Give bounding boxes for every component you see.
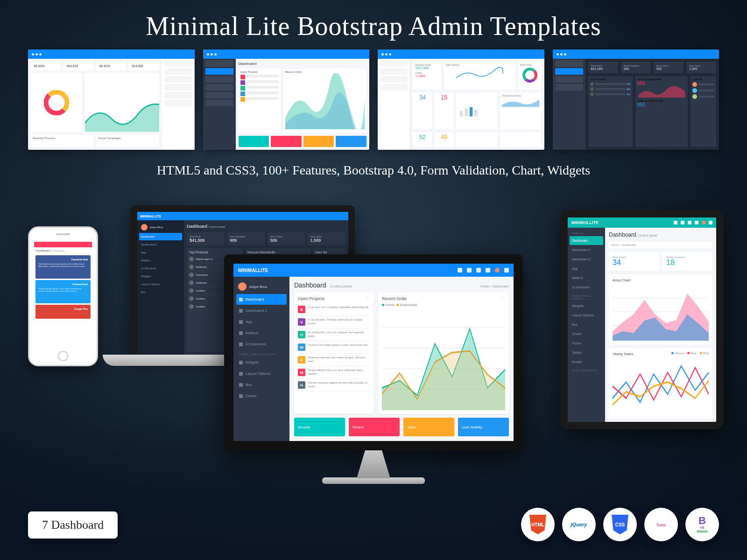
header: Dashboard xyxy=(36,249,49,252)
nav-item[interactable]: Layout Options xyxy=(570,311,603,320)
nav-section: EXTRA COMPONENTS xyxy=(570,367,603,373)
avatar-icon[interactable] xyxy=(702,221,705,224)
visits-tile[interactable]: Visits xyxy=(403,418,454,436)
googleplus-feed-card[interactable]: Google Plus xyxy=(35,305,91,319)
nav-item[interactable]: Charts xyxy=(570,329,603,338)
nav-item[interactable]: Charts xyxy=(236,391,287,401)
project-item[interactable]: MDonec efficitur lacus eu ante velputate… xyxy=(298,366,370,379)
subheader: Control panel xyxy=(209,225,226,228)
fullscreen-icon[interactable] xyxy=(458,268,462,273)
legend: Investments xyxy=(400,303,417,307)
nav-item[interactable]: Dashboard 2 xyxy=(570,255,603,264)
nav-item[interactable]: Mailbox xyxy=(570,273,603,282)
user-info[interactable]: Juliya Brus xyxy=(139,222,182,232)
search-icon[interactable] xyxy=(674,221,677,224)
thumb-dashboard-1[interactable]: 48.43% 454.876 46.41% 014.001 Recently P… xyxy=(28,49,195,150)
thumb-dashboard-4[interactable]: Total Profit$41,589 New Feedback989 New … xyxy=(553,49,719,150)
nav-item[interactable]: App xyxy=(236,316,287,327)
nav-item[interactable]: App xyxy=(139,249,182,256)
user-activity-tile[interactable]: User Activity xyxy=(458,418,509,436)
nav-item[interactable]: Mailbox xyxy=(139,257,182,264)
nav-item[interactable]: App xyxy=(570,264,603,273)
nav-item[interactable]: Mailbox xyxy=(236,328,287,338)
mail-icon[interactable] xyxy=(688,221,691,224)
card-title: Google Plus xyxy=(38,308,88,310)
avatar-icon[interactable] xyxy=(495,268,500,273)
breadcrumb[interactable]: Home > Dashboard xyxy=(609,242,712,248)
nav-item[interactable]: Tables xyxy=(570,348,603,357)
thumb-dashboard-3[interactable]: Members Profit +$17,800 Orders +1,800 Sa… xyxy=(378,49,544,150)
flag-icon[interactable] xyxy=(695,221,698,224)
ui-icon xyxy=(239,343,243,346)
nav-item[interactable]: Widgets xyxy=(236,357,287,368)
project-item[interactable]: WVivamus sit mattis portitor a erat, acc… xyxy=(298,341,370,354)
nav-dashboard[interactable]: Dashboard xyxy=(570,236,603,245)
nav-item[interactable]: Box xyxy=(139,288,182,296)
value: 589 xyxy=(656,67,681,70)
nav-item[interactable]: Widgets xyxy=(570,301,603,310)
nav-item[interactable]: Layout Options xyxy=(236,368,287,379)
thumb-dashboard-2[interactable]: Dashboard Open Projects Recent Order xyxy=(203,49,370,150)
legend: iPhone xyxy=(675,352,684,355)
project-text: Ui vestibulum, orci non volutpat, sed eg… xyxy=(308,331,370,338)
nav-item[interactable]: Dashboard 2 xyxy=(139,241,182,248)
orders-tile[interactable]: Orders xyxy=(349,418,400,436)
card-title: Top Products xyxy=(189,251,240,254)
nav-item[interactable]: Forms xyxy=(570,339,603,348)
dashboard-count-badge: 7 Dashboard xyxy=(28,511,118,539)
yearly-sales-chart xyxy=(613,358,709,414)
gear-icon[interactable] xyxy=(504,268,509,273)
svg-rect-3 xyxy=(474,110,477,116)
brand: MINIMALLITE xyxy=(140,215,161,218)
nav-dashboard[interactable]: Dashboard xyxy=(236,294,287,305)
gear-icon[interactable] xyxy=(709,221,712,224)
nav-item[interactable]: Widgets xyxy=(139,273,182,280)
card-title: User list xyxy=(692,78,714,81)
facebook-feed-card[interactable]: Facebook feed Globally benchmark plug im… xyxy=(35,255,91,279)
widgets-icon xyxy=(239,361,243,364)
value: 1,589 xyxy=(689,67,713,70)
income-tile[interactable]: Income xyxy=(294,418,345,436)
nav-item[interactable]: UI Elements xyxy=(236,339,287,350)
sidebar: Juliya Brus Dashboard Dashboard 2 App Ma… xyxy=(233,277,289,441)
nav-item[interactable]: Box xyxy=(570,320,603,329)
flag-icon[interactable] xyxy=(486,268,490,273)
project-badge: A xyxy=(298,356,305,364)
label: New Orders xyxy=(656,64,681,67)
nav-item[interactable]: UI Elements xyxy=(139,265,182,272)
twitter-feed-card[interactable]: Carousel feed Enthusiastically optimize … xyxy=(35,280,91,303)
nav-item[interactable]: Dashboard 2 xyxy=(236,305,287,316)
layout-icon xyxy=(239,372,243,376)
value: +$17,800 xyxy=(415,66,439,70)
box-icon xyxy=(239,383,243,387)
breadcrumb[interactable]: Home > Dashboard xyxy=(480,285,509,288)
nav-item[interactable]: Dashboard 1 xyxy=(570,245,603,254)
project-item[interactable]: OUi vestibulum, orci non volutpat, sed e… xyxy=(298,329,370,341)
card-title: Recently Products xyxy=(31,135,93,147)
project-item[interactable]: HAenean tempus magna rhoncus felis gravi… xyxy=(298,379,370,392)
nav-item[interactable]: Layout Options xyxy=(139,280,182,288)
value: +1,800 xyxy=(415,74,439,77)
project-item[interactable]: BIn ac eros nisi. Curabitur vulputate ad… xyxy=(298,303,370,316)
project-item[interactable]: VIn ac est diam. Finibus commodo id soda… xyxy=(298,316,370,329)
sidebar: PERSONAL Dashboard Dashboard 1 Dashboard… xyxy=(568,228,605,422)
mail-icon[interactable] xyxy=(467,268,472,273)
nav-item[interactable]: Emails xyxy=(570,357,603,366)
value: 950 xyxy=(637,102,686,107)
bell-icon[interactable] xyxy=(681,221,684,224)
label: Profit Share xyxy=(520,63,540,66)
project-item[interactable]: APraesent sed felis nec mattis feugiat, … xyxy=(298,354,370,366)
nav-dashboard[interactable]: Dashboard xyxy=(139,233,182,240)
bootstrap-badge: Bv5Stable xyxy=(685,508,719,541)
page-header: Dashboard xyxy=(609,231,636,238)
dashboard-icon xyxy=(239,298,243,301)
user-info[interactable]: Juliya Brus xyxy=(236,280,287,294)
nav-item[interactable]: UI Elements xyxy=(570,283,603,292)
mail-icon xyxy=(239,331,243,335)
stat-card: New Orders589 xyxy=(268,232,305,245)
project-text: Donec efficitur lacus eu ante velputate … xyxy=(308,369,370,376)
bell-icon[interactable] xyxy=(476,268,481,273)
nav-item[interactable]: Box xyxy=(236,379,287,390)
project-badge: M xyxy=(298,369,305,376)
card-title: Open Projects xyxy=(240,70,279,73)
